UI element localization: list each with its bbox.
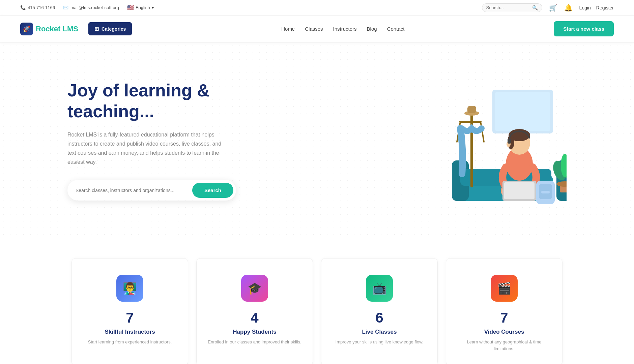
auth-links: Login Register [579,5,614,10]
bell-icon[interactable]: 🔔 [564,4,573,12]
stat-number: 7 [500,310,508,326]
stat-label: Video Courses [484,329,524,335]
stats-section: 👨‍🏫7Skillful InstructorsStart learning f… [0,238,634,364]
email-icon: ✉️ [63,5,68,10]
hero-content: Joy of learning & teaching... Rocket LMS… [67,80,243,201]
hero-search-input[interactable] [76,188,192,193]
nav-blog[interactable]: Blog [367,26,377,32]
stat-description: Start learning from experienced instruct… [88,339,172,345]
login-link[interactable]: Login [579,5,591,10]
phone-contact: 📞 415-716-1166 [20,5,55,10]
start-new-class-button[interactable]: Start a new class [554,21,614,36]
hero-search-bar[interactable]: Search [67,180,236,201]
top-bar-left: 📞 415-716-1166 ✉️ mail@lms.rocket-soft.o… [20,4,154,11]
logo[interactable]: 🚀 Rocket LMS [20,23,78,35]
stat-label: Skillful Instructors [105,329,155,335]
grid-icon: ⊞ [94,26,99,32]
hero-image [405,69,567,211]
logo-icon: 🚀 [20,23,33,35]
nav-contact[interactable]: Contact [387,26,405,32]
email-contact: ✉️ mail@lms.rocket-soft.org [63,5,119,10]
stat-label: Live Classes [362,329,397,335]
top-search-input[interactable] [486,5,530,10]
hero-search-button[interactable]: Search [192,183,233,198]
logo-text: Rocket LMS [36,25,78,33]
navbar: 🚀 Rocket LMS ⊞ Categories Home Classes I… [0,16,634,42]
top-bar: 📞 415-716-1166 ✉️ mail@lms.rocket-soft.o… [0,0,634,16]
top-bar-right: 🔍 🛒 🔔 Login Register [482,3,614,12]
register-link[interactable]: Register [596,5,614,10]
svg-rect-1 [495,92,550,131]
stat-icon-wrapper: 👨‍🏫 [116,275,143,302]
top-search-bar[interactable]: 🔍 [482,3,542,12]
stat-icon-wrapper: 🎬 [491,275,518,302]
stat-number: 4 [251,310,258,326]
svg-rect-14 [508,139,511,144]
language-selector[interactable]: 🇺🇸 English ▾ [127,4,154,11]
stat-number: 6 [375,310,383,326]
nav-instructors[interactable]: Instructors [333,26,357,32]
svg-rect-9 [504,182,535,199]
stat-card: 👨‍🏫7Skillful InstructorsStart learning f… [71,258,188,364]
hero-illustration [405,69,567,211]
nav-left: 🚀 Rocket LMS ⊞ Categories [20,22,132,35]
search-icon: 🔍 [532,5,538,10]
stat-card: 🎬7Video CoursesLearn without any geograp… [446,258,563,364]
nav-home[interactable]: Home [281,26,295,32]
phone-number: 415-716-1166 [28,5,55,10]
categories-button[interactable]: ⊞ Categories [88,22,132,35]
logo-text-lms: LMS [62,25,78,33]
stat-description: Enrolled in our classes and improved the… [208,339,301,345]
hero-title: Joy of learning & teaching... [67,80,243,122]
stat-icon-wrapper: 📺 [366,275,393,302]
flag-icon: 🇺🇸 [127,4,134,11]
chevron-down-icon: ▾ [152,5,154,10]
stat-description: Improve your skills using live knowledge… [336,339,424,345]
stat-icon-wrapper: 🎓 [241,275,268,302]
svg-rect-20 [467,106,476,113]
hero-section: Joy of learning & teaching... Rocket LMS… [0,42,634,238]
stat-description: Learn without any geographical & time li… [456,339,552,352]
hero-description: Rocket LMS is a fully-featured education… [67,130,229,167]
cart-icon[interactable]: 🛒 [549,4,557,12]
stat-label: Happy Students [233,329,276,335]
nav-menu: Home Classes Instructors Blog Contact [281,26,404,32]
email-address: mail@lms.rocket-soft.org [70,5,119,10]
logo-text-rocket: Rocket [36,25,62,33]
language-label: English [136,5,150,10]
stat-number: 7 [126,310,134,326]
categories-label: Categories [102,26,126,32]
stat-card: 📺6Live ClassesImprove your skills using … [321,258,438,364]
phone-icon: 📞 [20,5,26,10]
nav-classes[interactable]: Classes [305,26,323,32]
svg-rect-23 [541,191,550,193]
stat-card: 🎓4Happy StudentsEnrolled in our classes … [196,258,313,364]
